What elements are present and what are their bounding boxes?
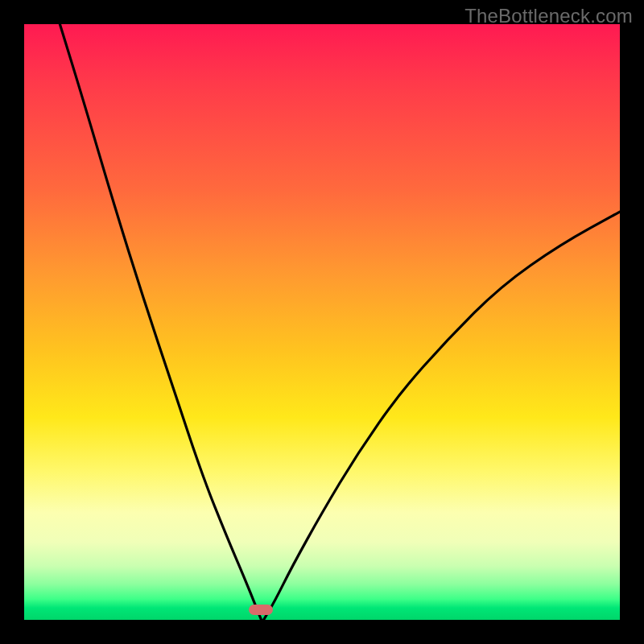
plot-area <box>24 24 620 620</box>
curve-left-branch <box>60 24 261 620</box>
curve-right-branch <box>264 212 621 620</box>
watermark-text: TheBottleneck.com <box>464 5 633 27</box>
bottleneck-curve <box>24 24 620 620</box>
min-marker <box>249 605 273 615</box>
